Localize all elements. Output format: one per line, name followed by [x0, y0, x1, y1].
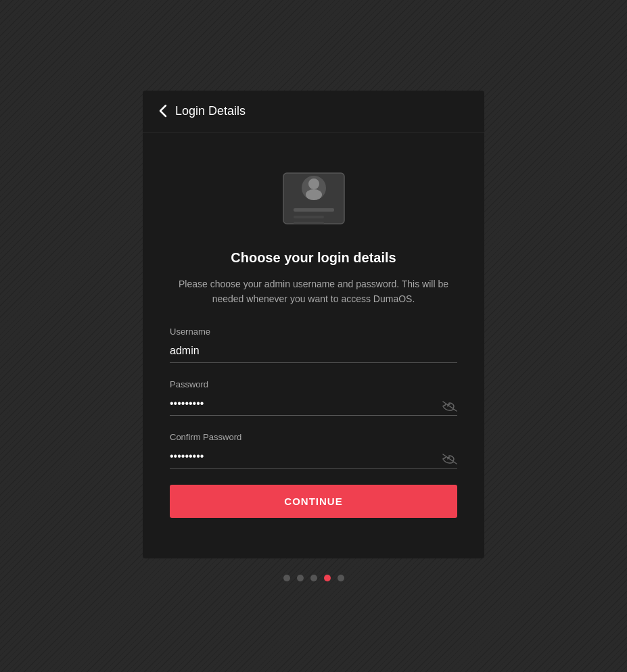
svg-rect-4 — [294, 208, 334, 212]
password-group: Password — [170, 379, 457, 416]
svg-rect-5 — [294, 216, 324, 218]
back-button[interactable] — [159, 104, 167, 118]
pagination-dot-2[interactable] — [297, 575, 304, 581]
modal-title: Login Details — [175, 104, 246, 118]
modal-header: Login Details — [143, 91, 484, 133]
username-group: Username — [170, 327, 457, 363]
password-input[interactable] — [170, 395, 457, 416]
pagination-dot-4[interactable] — [324, 575, 331, 581]
pagination-dot-1[interactable] — [283, 575, 290, 581]
pagination-dot-5[interactable] — [338, 575, 344, 581]
confirm-toggle-icon[interactable] — [442, 454, 457, 464]
confirm-password-group: Confirm Password — [170, 432, 457, 469]
login-details-modal: Login Details — [143, 91, 484, 559]
password-toggle-icon[interactable] — [442, 401, 457, 412]
username-label: Username — [170, 327, 457, 337]
svg-rect-6 — [294, 222, 324, 224]
confirm-password-label: Confirm Password — [170, 432, 457, 442]
modal-body: Choose your login details Please choose … — [143, 133, 484, 539]
pagination-dots — [283, 575, 344, 581]
svg-point-2 — [308, 178, 319, 189]
username-input[interactable] — [170, 342, 457, 363]
confirm-password-input[interactable] — [170, 448, 457, 469]
page-description: Please choose your admin username and pa… — [170, 277, 457, 307]
continue-button[interactable]: CONTINUE — [170, 485, 457, 518]
password-label: Password — [170, 379, 457, 389]
page-heading: Choose your login details — [170, 250, 457, 266]
user-badge-icon — [273, 153, 354, 234]
svg-point-3 — [306, 189, 322, 200]
pagination-dot-3[interactable] — [310, 575, 317, 581]
icon-container — [170, 153, 457, 234]
